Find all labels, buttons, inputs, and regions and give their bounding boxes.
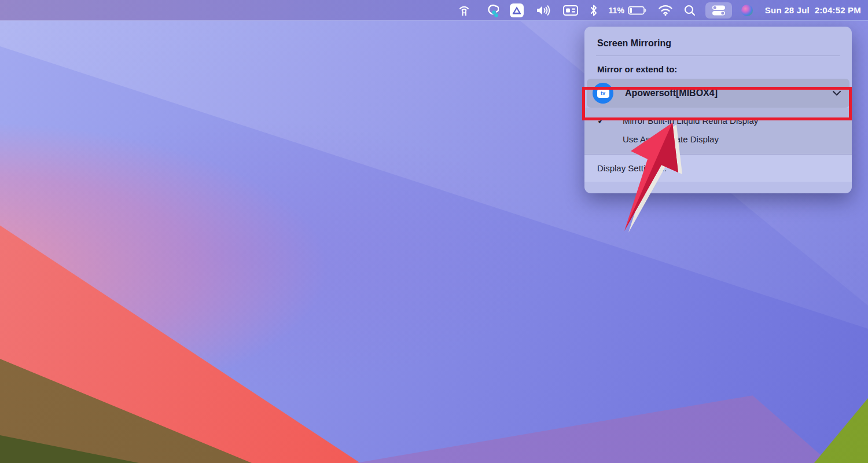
siri-orb — [741, 5, 753, 16]
bluetooth-icon[interactable] — [589, 2, 598, 19]
clock-space — [810, 5, 815, 15]
clock-time: 2:04:52 PM — [815, 5, 861, 15]
option-mirror-builtin[interactable]: ✓ Mirror Built-in Liquid Retina Display — [584, 111, 852, 130]
hotspot-icon[interactable]: H — [457, 2, 471, 19]
airplay-tv-text: tv — [601, 91, 605, 96]
device-name: Apowersoft[MIBOX4] — [625, 88, 832, 98]
option-label: Use As Separate Display — [623, 134, 719, 144]
device-dropdown[interactable]: tv Apowersoft[MIBOX4] — [587, 79, 849, 108]
battery-percent: 11% — [609, 6, 624, 15]
panel-title: Screen Mirroring — [584, 27, 852, 56]
battery-indicator[interactable]: 11% — [609, 2, 648, 19]
display-settings-label: Display Settings... — [597, 163, 667, 173]
search-icon[interactable] — [683, 2, 696, 19]
battery-icon — [628, 5, 648, 16]
wifi-icon[interactable] — [658, 2, 673, 19]
svg-text:H: H — [461, 9, 466, 17]
mirror-extend-label: Mirror or extend to: — [584, 56, 852, 79]
option-label: Mirror Built-in Liquid Retina Display — [623, 116, 758, 126]
control-center-icon[interactable] — [705, 2, 732, 19]
option-separate-display[interactable]: Use As Separate Display — [584, 130, 852, 148]
siri-icon[interactable] — [741, 2, 753, 19]
menu-bar-clock[interactable]: Sun 28 Jul 2:04:52 PM — [765, 5, 861, 15]
triangle-app-icon[interactable] — [509, 2, 524, 19]
checkmark-icon: ✓ — [597, 115, 623, 126]
macos-desktop: H — [0, 0, 868, 463]
menu-bar: H — [0, 0, 868, 21]
airplay-tv-icon: tv — [593, 83, 613, 104]
wallet-card-icon[interactable] — [562, 2, 579, 19]
clock-date: Sun 28 Jul — [765, 5, 810, 15]
chevron-down-icon[interactable] — [832, 90, 841, 96]
screen-mirroring-panel: Screen Mirroring Mirror or extend to: tv… — [584, 27, 852, 193]
cloud-sync-icon[interactable] — [481, 2, 499, 19]
mirror-options-group: ✓ Mirror Built-in Liquid Retina Display … — [584, 108, 852, 154]
display-settings-item[interactable]: Display Settings... — [584, 155, 852, 182]
airplay-tv-badge: tv — [597, 89, 609, 98]
volume-icon[interactable] — [535, 2, 552, 19]
